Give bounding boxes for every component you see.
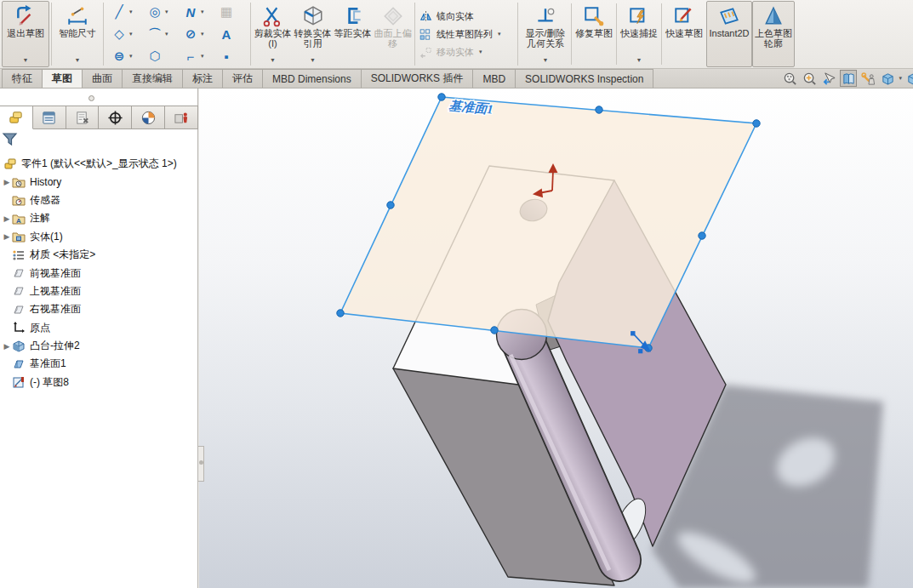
plane-handle[interactable] <box>337 310 344 317</box>
exit-sketch-dropdown[interactable]: ▼ <box>23 57 29 64</box>
sketch-tools-icon[interactable] <box>859 70 876 87</box>
panel-splitter-handle[interactable] <box>198 446 204 482</box>
tab-sketch[interactable]: 草图 <box>42 69 83 88</box>
smart-dimension-dropdown[interactable]: ▼ <box>75 57 81 64</box>
tree-item-plane1[interactable]: 基准面1 <box>0 355 197 373</box>
tree-filter-funnel-icon[interactable] <box>2 131 197 153</box>
repair-sketch-button[interactable]: 修复草图 <box>572 1 616 67</box>
tree-item-top-plane[interactable]: 上视基准面 <box>0 283 197 300</box>
fillet-tool[interactable]: ⌐▾ <box>177 45 213 67</box>
tree-item-sketch8[interactable]: (-) 草图8 <box>0 374 197 391</box>
tab-mbd[interactable]: MBD <box>472 69 516 88</box>
group-exit-sketch: 退出草图 ▼ <box>0 0 51 68</box>
propertymanager-tab[interactable] <box>33 106 66 128</box>
tab-markup[interactable]: 标注 <box>182 69 223 88</box>
shaded-sketch-contours-icon <box>762 5 785 27</box>
polygon-tool[interactable]: ⬡ <box>141 45 177 67</box>
rectangle-tool[interactable]: ◇▾ <box>106 23 141 45</box>
displaymanager-tab[interactable] <box>132 106 165 128</box>
tree-item-sensors[interactable]: 传感器 <box>0 191 197 209</box>
section-view-icon[interactable] <box>840 70 857 87</box>
tab-mbd-dimensions[interactable]: MBD Dimensions <box>262 69 362 88</box>
tree-item-right-plane[interactable]: 右视基准面 <box>0 300 197 318</box>
tree-item-front-plane[interactable]: 前视基准面 <box>0 264 197 282</box>
tree-item-history[interactable]: ▶ History <box>0 173 197 191</box>
slot-tool[interactable]: ⊜▾ <box>106 45 141 67</box>
appearances-dropdown[interactable]: ▾ <box>899 75 902 82</box>
tree-item-part-root[interactable]: 零件1 (默认<<默认>_显示状态 1>) <box>0 155 197 173</box>
expand-arrow-icon[interactable]: ▶ <box>2 342 12 351</box>
appearances-icon[interactable] <box>879 70 896 87</box>
spline-tool[interactable]: N▾ <box>177 1 213 23</box>
tab-surfaces[interactable]: 曲面 <box>82 69 123 88</box>
expand-arrow-icon[interactable]: ▶ <box>2 214 12 223</box>
tree-item-solid-bodies[interactable]: ▶ 实体(1) <box>0 228 197 246</box>
exit-sketch-button[interactable]: 退出草图 ▼ <box>2 1 49 67</box>
tree-item-annotations[interactable]: ▶ 注解 <box>0 209 197 227</box>
tree-item-material[interactable]: 材质 <未指定> <box>0 246 197 264</box>
arc-tool[interactable]: ⌒▾ <box>141 23 177 45</box>
move-entities-icon <box>419 45 433 60</box>
group-utilities: 显示/删除几何关系 ▼ 修复草图 快速捕捉 ▼ 快速草图 <box>518 0 796 68</box>
shaded-sketch-contours-button[interactable]: 上色草图轮廓 <box>752 1 795 67</box>
commandmanager-tab-row: 特征 草图 曲面 直接编辑 标注 评估 MBD Dimensions SOLID… <box>0 69 913 88</box>
plane-handle[interactable] <box>596 106 602 113</box>
text-tool[interactable]: A <box>213 23 248 45</box>
origin-icon <box>12 321 26 334</box>
ellipse-tool[interactable]: ⊘▾ <box>177 23 213 45</box>
sketch-icon <box>12 375 26 389</box>
tree-item-origin[interactable]: 原点 <box>0 319 197 337</box>
part-icon <box>3 157 17 171</box>
plane-handle[interactable] <box>753 120 760 127</box>
plane-handle[interactable] <box>387 202 394 208</box>
selection-filter-icon[interactable] <box>820 70 837 87</box>
linear-sketch-pattern-button[interactable]: 线性草图阵列 ▾ <box>419 26 514 42</box>
group-pattern: 镜向实体 线性草图阵列 ▾ 移动实体 ▾ <box>415 0 517 68</box>
tab-evaluate[interactable]: 评估 <box>222 69 263 88</box>
featuremanager-panel: 零件1 (默认<<默认>_显示状态 1>) ▶ History 传感器 ▶ 注解 <box>0 88 198 588</box>
material-icon <box>12 248 26 262</box>
splitter-dot <box>199 460 203 465</box>
featuremanager-tree-tab[interactable] <box>0 106 33 129</box>
line-tool[interactable]: ╱▾ <box>106 1 141 23</box>
plane-handle[interactable] <box>438 94 445 100</box>
solid-bodies-folder-icon <box>12 230 26 243</box>
inspection-cam-tab[interactable] <box>165 106 198 128</box>
point-tool[interactable]: ▪ <box>213 45 248 67</box>
rapid-sketch-button[interactable]: 快速草图 <box>662 1 706 67</box>
zoom-to-area-icon[interactable] <box>801 70 818 87</box>
exit-sketch-label: 退出草图 <box>3 28 49 38</box>
tab-direct-editing[interactable]: 直接编辑 <box>122 69 183 88</box>
expand-arrow-icon[interactable]: ▶ <box>2 232 12 241</box>
headsup-icons: ▾ <box>781 69 913 88</box>
circle-tool[interactable]: ◎▾ <box>141 1 177 23</box>
configurationmanager-tab[interactable] <box>66 106 100 128</box>
repair-sketch-icon <box>583 5 605 27</box>
mirror-entities-button[interactable]: 镜向实体 <box>419 9 514 24</box>
solidworks-window: 退出草图 ▼ 智能尺寸 ▼ ╱▾ ◎▾ N▾ ▦ ◇▾ ⌒▾ ⊘▾ A ⊜▾ ⬡ <box>0 0 913 588</box>
dimxpertmanager-tab[interactable] <box>99 106 132 128</box>
graphics-viewport[interactable]: 基准面1 <box>199 88 913 588</box>
tab-solidworks-addins[interactable]: SOLIDWORKS 插件 <box>361 69 474 88</box>
offset-entities-button[interactable]: 等距实体 <box>333 1 373 67</box>
surface-offset-button: 曲面上偏移 <box>373 1 413 67</box>
convert-entities-button[interactable]: 转换实体引用 ▼ <box>293 1 333 67</box>
expand-arrow-icon[interactable]: ▶ <box>2 178 12 186</box>
trim-entities-button[interactable]: 剪裁实体(I) ▼ <box>253 1 293 67</box>
plane-handle[interactable] <box>699 232 705 239</box>
plane-handle[interactable] <box>491 327 498 334</box>
clipped-edge-icon[interactable] <box>904 70 913 87</box>
instant2d-button[interactable]: Instant2D <box>706 1 752 67</box>
plane-icon <box>12 266 26 280</box>
tab-features[interactable]: 特征 <box>2 69 43 88</box>
command-toolbar: 退出草图 ▼ 智能尺寸 ▼ ╱▾ ◎▾ N▾ ▦ ◇▾ ⌒▾ ⊘▾ A ⊜▾ ⬡ <box>0 0 913 69</box>
reference-plane[interactable]: 基准面1 <box>337 94 760 351</box>
smart-dimension-button[interactable]: 智能尺寸 ▼ <box>54 1 101 67</box>
zoom-to-fit-icon[interactable] <box>781 70 798 87</box>
quick-snaps-button[interactable]: 快速捕捉 ▼ <box>617 1 661 67</box>
tree-item-boss-extrude2[interactable]: ▶ 凸台-拉伸2 <box>0 337 197 355</box>
tab-solidworks-inspection[interactable]: SOLIDWORKS Inspection <box>515 69 653 88</box>
sketch-entities-grid: ╱▾ ◎▾ N▾ ▦ ◇▾ ⌒▾ ⊘▾ A ⊜▾ ⬡ ⌐▾ ▪ <box>104 0 250 68</box>
display-delete-relations-button[interactable]: 显示/删除几何关系 ▼ <box>520 1 571 67</box>
panel-collapse-handle[interactable] <box>88 95 94 101</box>
